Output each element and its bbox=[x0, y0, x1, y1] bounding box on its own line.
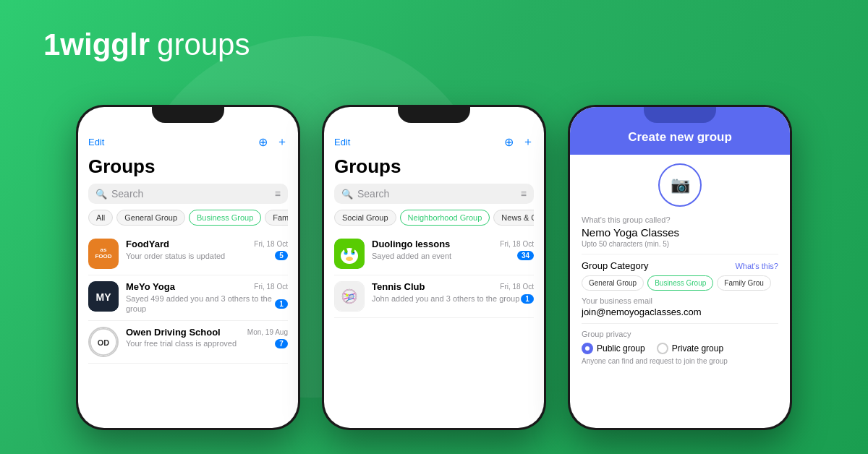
group-name-hint: Upto 50 characters (min. 5) bbox=[582, 240, 778, 248]
group-date-duolingo: Fri, 18 Oct bbox=[500, 240, 534, 248]
notch-1 bbox=[152, 107, 224, 123]
category-row: Group Category What's this? bbox=[582, 260, 778, 271]
badge-foodyard: 5 bbox=[275, 251, 288, 260]
cat-tab-family[interactable]: Family Grou bbox=[717, 275, 770, 291]
group-info-tennis: Tennis Club Fri, 18 Oct John added you a… bbox=[372, 281, 534, 304]
group-msg-meyoyoga: Sayed 499 added you and 3 others to the … bbox=[126, 294, 275, 314]
search-icon-1: 🔍 bbox=[95, 189, 107, 200]
top-bar-2: Edit ⊕ ＋ bbox=[334, 134, 534, 150]
avatar-duolingo bbox=[334, 239, 365, 269]
filter-tab-general[interactable]: General Group bbox=[116, 210, 185, 226]
filter-icon-1[interactable]: ≡ bbox=[275, 188, 281, 200]
whats-this-link[interactable]: What's this? bbox=[735, 262, 778, 270]
avatar-tennis: 🎾 bbox=[334, 281, 365, 312]
compass-icon-1[interactable]: ⊕ bbox=[258, 135, 268, 149]
group-info-owen: Owen Driving School Mon, 19 Aug Your fre… bbox=[126, 327, 288, 348]
group-msg-duolingo: Sayed added an event bbox=[372, 252, 451, 260]
logo-brand: 1wigglr bbox=[43, 27, 150, 62]
search-placeholder-1: Search bbox=[111, 188, 275, 200]
group-date-foodyard: Fri, 18 Oct bbox=[254, 240, 288, 248]
privacy-public[interactable]: Public group bbox=[582, 343, 645, 354]
svg-point-5 bbox=[341, 248, 358, 264]
plus-icon-1[interactable]: ＋ bbox=[276, 134, 288, 150]
group-name-duolingo: Duolingo lessons bbox=[372, 239, 450, 249]
privacy-private[interactable]: Private group bbox=[657, 343, 723, 354]
svg-point-12 bbox=[346, 257, 353, 261]
svg-text:🎾: 🎾 bbox=[345, 294, 355, 303]
group-name-tennis: Tennis Club bbox=[372, 281, 425, 292]
create-body: 📷 What's this group called? Nemo Yoga Cl… bbox=[570, 155, 790, 428]
group-item-tennis[interactable]: 🎾 Tennis Club Fri, 18 Oct John added you… bbox=[334, 275, 534, 318]
svg-text:MY: MY bbox=[96, 291, 112, 303]
group-date-owen: Mon, 19 Aug bbox=[247, 328, 288, 336]
cat-tab-general[interactable]: General Group bbox=[582, 275, 644, 291]
radio-public-selected[interactable] bbox=[582, 343, 593, 354]
filter-tabs-2: Social Group Neighborhood Group News & G… bbox=[334, 210, 534, 226]
privacy-options: Public group Private group bbox=[582, 343, 778, 354]
photo-circle[interactable]: 📷 bbox=[658, 163, 702, 207]
group-info-foodyard: FoodYard Fri, 18 Oct Your order status i… bbox=[126, 239, 288, 260]
avatar-owen: OD bbox=[88, 327, 119, 357]
email-label: Your business email bbox=[582, 296, 778, 305]
group-msg-tennis: John added you and 3 others to the group bbox=[372, 294, 519, 304]
logo-product: groups bbox=[157, 27, 250, 62]
public-group-label: Public group bbox=[597, 343, 645, 354]
phones-container: Edit ⊕ ＋ Groups 🔍 Search ≡ All General G… bbox=[43, 105, 825, 430]
phone-1: Edit ⊕ ＋ Groups 🔍 Search ≡ All General G… bbox=[76, 105, 300, 430]
divider-1 bbox=[582, 254, 778, 254]
compass-icon-2[interactable]: ⊕ bbox=[504, 135, 514, 149]
search-bar-2[interactable]: 🔍 Search ≡ bbox=[334, 184, 534, 204]
avatar-foodyard: asFOOD bbox=[88, 239, 119, 269]
privacy-label: Group privacy bbox=[582, 330, 778, 338]
screen-title-2: Groups bbox=[334, 155, 534, 178]
camera-icon: 📷 bbox=[671, 176, 690, 194]
category-tabs: General Group Business Group Family Grou bbox=[582, 275, 778, 291]
group-msg-owen: Your free trial class is approved bbox=[126, 339, 237, 348]
category-label: Group Category bbox=[582, 260, 649, 271]
svg-text:OD: OD bbox=[98, 338, 109, 346]
badge-duolingo: 34 bbox=[517, 251, 534, 260]
group-name-label: What's this group called? bbox=[582, 215, 778, 224]
group-name-meyoyoga: MeYo Yoga bbox=[126, 281, 175, 292]
filter-icon-2[interactable]: ≡ bbox=[521, 188, 527, 200]
group-info-meyoyoga: MeYo Yoga Fri, 18 Oct Sayed 499 added yo… bbox=[126, 281, 288, 314]
group-name-value[interactable]: Nemo Yoga Classes bbox=[582, 226, 778, 239]
cat-tab-business[interactable]: Business Group bbox=[647, 275, 713, 291]
plus-icon-2[interactable]: ＋ bbox=[522, 134, 534, 150]
badge-tennis: 1 bbox=[521, 294, 534, 304]
filter-tabs-1: All General Group Business Group Family … bbox=[88, 210, 288, 226]
phone-3: Create new group 📷 What's this group cal… bbox=[568, 105, 792, 430]
edit-button-1[interactable]: Edit bbox=[88, 137, 104, 147]
badge-owen: 7 bbox=[275, 339, 288, 348]
group-item-owen[interactable]: OD Owen Driving School Mon, 19 Aug Your … bbox=[88, 321, 288, 364]
divider-2 bbox=[582, 323, 778, 324]
search-icon-2: 🔍 bbox=[341, 189, 353, 200]
phone-2: Edit ⊕ ＋ Groups 🔍 Search ≡ Social Group … bbox=[322, 105, 546, 430]
search-bar-1[interactable]: 🔍 Search ≡ bbox=[88, 184, 288, 204]
group-name-foodyard: FoodYard bbox=[126, 239, 169, 249]
photo-upload[interactable]: 📷 bbox=[582, 163, 778, 207]
filter-tab-social[interactable]: Social Group bbox=[334, 210, 396, 226]
group-item-duolingo[interactable]: Duolingo lessons Fri, 18 Oct Sayed added… bbox=[334, 233, 534, 275]
group-item-meyoyoga[interactable]: MY MeYo Yoga Fri, 18 Oct Sayed 499 added… bbox=[88, 275, 288, 321]
logo: 1wigglr groups bbox=[43, 27, 250, 62]
privacy-hint: Anyone can find and request to join the … bbox=[582, 357, 778, 365]
filter-tab-news[interactable]: News & Gossip G bbox=[493, 210, 534, 226]
filter-tab-all[interactable]: All bbox=[88, 210, 113, 226]
notch-2 bbox=[398, 107, 470, 123]
group-msg-foodyard: Your order status is updated bbox=[126, 252, 225, 260]
private-group-label: Private group bbox=[672, 343, 723, 354]
email-value[interactable]: join@nemoyogaclasses.com bbox=[582, 307, 778, 317]
group-date-meyoyoga: Fri, 18 Oct bbox=[254, 283, 288, 291]
search-placeholder-2: Search bbox=[357, 188, 521, 200]
radio-private-unselected[interactable] bbox=[657, 343, 668, 354]
screen-title-1: Groups bbox=[88, 155, 288, 178]
filter-tab-business[interactable]: Business Group bbox=[189, 210, 261, 226]
group-item-foodyard[interactable]: asFOOD FoodYard Fri, 18 Oct Your order s… bbox=[88, 233, 288, 275]
filter-tab-family[interactable]: Family G bbox=[265, 210, 288, 226]
edit-button-2[interactable]: Edit bbox=[334, 137, 350, 147]
group-info-duolingo: Duolingo lessons Fri, 18 Oct Sayed added… bbox=[372, 239, 534, 260]
top-bar-1: Edit ⊕ ＋ bbox=[88, 134, 288, 150]
filter-tab-neighborhood[interactable]: Neighborhood Group bbox=[400, 210, 490, 226]
badge-meyoyoga: 1 bbox=[275, 299, 288, 309]
